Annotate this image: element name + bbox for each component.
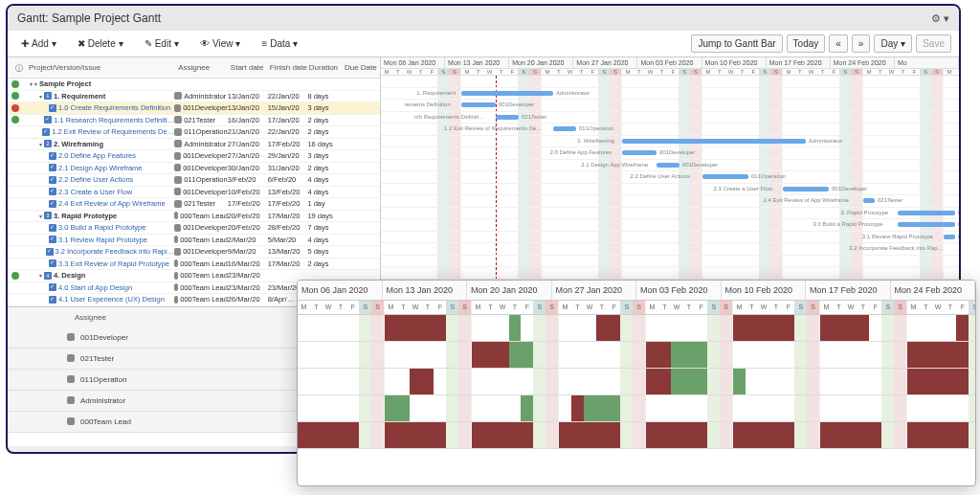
task-row[interactable]: 2.3 Create a User Flow001Developer10/Feb… [8, 187, 380, 199]
col-due[interactable]: Due Date [345, 63, 380, 72]
resource-cell [907, 369, 920, 394]
col-start[interactable]: Start date [231, 63, 270, 72]
gantt-row[interactable]: 2.2 Define User Actions011Operation [381, 171, 959, 184]
gantt-bar[interactable] [622, 150, 657, 155]
expand-icon[interactable]: ▾ [30, 80, 33, 87]
expand-icon[interactable]: ▾ [39, 93, 42, 100]
gantt-row[interactable] [381, 76, 959, 88]
gantt-row[interactable]: 3.0 Build a Rapid Prototype001Developer [381, 219, 959, 232]
task-row[interactable]: 1.2 Exit Review of Requirements De…011Op… [8, 126, 380, 139]
add-button[interactable]: ✚ Add ▾ [15, 35, 62, 52]
task-name[interactable]: 3. Rapid Prototype [54, 212, 117, 220]
status-dot [11, 259, 19, 267]
col-finish[interactable]: Finish date [270, 63, 309, 72]
task-name[interactable]: 3.0 Build a Rapid Prototype [58, 223, 145, 232]
gantt-row[interactable]: rch Requirements Definiti…021Tester [381, 112, 959, 124]
resource-cell [371, 422, 384, 448]
expand-icon[interactable]: ▾ [39, 141, 42, 147]
gantt-row[interactable]: 3.1 Review Rapid Prototype000Team Lead [381, 232, 959, 244]
task-row[interactable]: ▾22. WireframingAdministrator27/Jan/2017… [8, 139, 380, 151]
task-name[interactable]: 3.1 Review Rapid Prototype [58, 236, 147, 244]
col-assignee[interactable]: Assignee [178, 63, 231, 72]
gantt-bar[interactable] [898, 211, 955, 215]
task-row[interactable]: ▾33. Rapid Prototype000Team Lead20/Feb/2… [8, 211, 380, 223]
gantt-bar[interactable] [461, 91, 553, 96]
task-row[interactable]: ▾11. RequirementAdministrator13/Jan/2022… [8, 91, 380, 103]
task-row[interactable]: 2.0 Define App Features001Developer27/Ja… [8, 150, 380, 163]
task-name[interactable]: 2.3 Create a User Flow [58, 188, 132, 196]
gantt-row[interactable]: 2. WireframingAdministrator [381, 136, 959, 148]
task-name[interactable]: 1.2 Exit Review of Requirements De… [52, 127, 174, 136]
gantt-bar[interactable] [702, 174, 748, 179]
gantt-bar[interactable] [553, 126, 576, 131]
prev-button[interactable]: « [829, 34, 848, 53]
gantt-row[interactable] [381, 267, 959, 280]
resource-cell [620, 369, 633, 394]
resource-cell [371, 342, 384, 368]
save-button[interactable]: Save [916, 34, 951, 53]
gantt-bar[interactable] [944, 235, 955, 239]
task-row[interactable]: 3.3 Exit Review of Rapid Prototype000Tea… [8, 259, 380, 271]
resource-cell [794, 395, 807, 421]
gear-icon[interactable]: ⚙ ▾ [931, 12, 949, 25]
task-name[interactable]: 2.1 Design App Wireframe [58, 164, 143, 172]
gantt-row[interactable]: 3.2 Incorporate Feedback into Rap… [381, 243, 959, 256]
gantt-bar[interactable] [657, 163, 679, 168]
next-button[interactable]: » [852, 34, 871, 53]
resource-cell [323, 315, 335, 341]
resource-cell [881, 395, 894, 421]
task-name[interactable]: Sample Project [39, 79, 91, 88]
gantt-row[interactable]: 2.1 Design App Wireframe001Developer [381, 160, 959, 172]
task-name[interactable]: 2.0 Define App Features [58, 151, 136, 160]
edit-button[interactable]: ✎ Edit ▾ [139, 35, 185, 52]
gantt-row[interactable]: 3. Rapid Prototype000Team Lead [381, 208, 959, 220]
today-button[interactable]: Today [787, 34, 826, 53]
task-name[interactable]: 1. Requirement [54, 92, 105, 101]
task-row[interactable]: 3.1 Review Rapid Prototype000Team Lead2/… [8, 235, 380, 247]
task-row[interactable]: 1.1 Research Requirements Definiti…021Te… [8, 115, 380, 127]
gantt-row[interactable]: rements Definition001Developer [381, 100, 959, 112]
task-row[interactable]: 2.4 Exit Review of App Wireframe021Teste… [8, 198, 380, 211]
task-row[interactable]: 1.0 Create Requirements Definition001Dev… [8, 102, 380, 115]
gantt-row[interactable]: 2.0 Define App Features001Developer [381, 147, 959, 160]
task-name[interactable]: 2. Wireframing [54, 140, 103, 148]
task-row[interactable]: 2.2 Define User Actions011Operation3/Feb… [8, 174, 380, 187]
task-name[interactable]: 2.2 Define User Actions [58, 175, 133, 184]
gantt-row[interactable]: 2.3 Create a User Flow001Developer [381, 184, 959, 196]
expand-icon[interactable]: ▾ [39, 213, 42, 219]
task-row[interactable]: 3.0 Build a Rapid Prototype001Developer2… [8, 222, 380, 235]
gantt-bar[interactable] [496, 115, 519, 120]
gantt-row[interactable]: 1.2 Exit Review of Requirements De…011Op… [381, 124, 959, 136]
task-row[interactable]: 3.2 Incorporate Feedback into Rapi…001De… [8, 246, 380, 259]
task-name[interactable]: 3.2 Incorporate Feedback into Rapi… [56, 247, 175, 256]
gantt-body[interactable]: 1. RequirementAdministratorrements Defin… [381, 76, 959, 304]
scale-button[interactable]: Day ▾ [874, 34, 912, 53]
gantt-row[interactable]: 1. RequirementAdministrator [381, 88, 959, 101]
task-name[interactable]: 4.0 Start of App Design [58, 283, 132, 292]
gantt-bar[interactable] [461, 102, 496, 107]
resource-overlay-panel[interactable]: Mon 06 Jan 2020Mon 13 Jan 2020Mon 20 Jan… [297, 280, 976, 486]
task-name[interactable]: 1.1 Research Requirements Definiti… [54, 116, 174, 124]
data-button[interactable]: ≡ Data ▾ [256, 35, 303, 52]
expand-icon[interactable]: ▾ [39, 272, 42, 279]
task-row[interactable]: 2.1 Design App Wireframe001Developer30/J… [8, 163, 380, 175]
task-row[interactable]: ▾▾Sample Project [8, 79, 380, 91]
task-name[interactable]: 4.1 User Experience (UX) Design [58, 295, 165, 304]
info-icon[interactable]: ⓘ [15, 63, 25, 74]
delete-button[interactable]: ✖ Delete ▾ [72, 35, 129, 52]
task-name[interactable]: 1.0 Create Requirements Definition [58, 103, 170, 112]
jump-button[interactable]: Jump to Gantt Bar [691, 34, 782, 53]
gantt-row[interactable] [381, 256, 959, 268]
gantt-bar[interactable] [898, 222, 955, 227]
col-duration[interactable]: Duration [309, 63, 345, 72]
duration: 2 days [307, 164, 344, 172]
task-name[interactable]: 3.3 Exit Review of Rapid Prototype [58, 259, 169, 268]
gantt-row[interactable]: 2.4 Exit Review of App Wireframe021Teste… [381, 195, 959, 208]
gantt-bar[interactable] [863, 198, 875, 203]
gantt-bar[interactable] [622, 139, 806, 144]
task-name[interactable]: 2.4 Exit Review of App Wireframe [58, 199, 166, 208]
col-name[interactable]: Project/Version/Issue [29, 63, 178, 72]
gantt-bar[interactable] [783, 187, 829, 191]
task-name[interactable]: 4. Design [54, 271, 85, 280]
view-button[interactable]: 👁 View ▾ [194, 35, 247, 52]
